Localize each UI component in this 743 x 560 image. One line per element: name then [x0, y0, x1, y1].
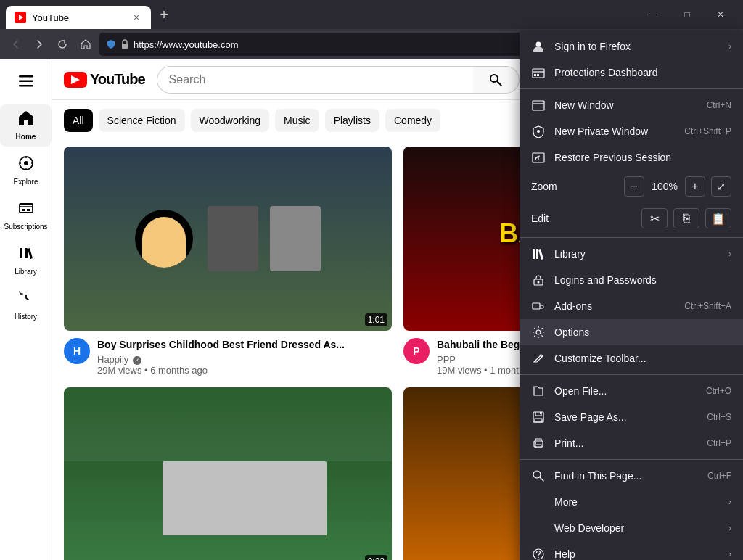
- verified-badge-1: ✓: [133, 356, 141, 365]
- new-tab-button[interactable]: +: [154, 4, 174, 25]
- private-window-label: New Private Window: [554, 125, 676, 137]
- menu-item-more[interactable]: More ›: [520, 489, 743, 515]
- save-page-label: Save Page As...: [554, 411, 698, 423]
- more-icon: [531, 495, 546, 509]
- filter-chip-playlists[interactable]: Playlists: [325, 109, 379, 132]
- new-window-label: New Window: [554, 99, 698, 111]
- filter-chip-woodworking[interactable]: Woodworking: [191, 109, 270, 132]
- svg-point-15: [24, 161, 28, 165]
- sidebar-item-subscriptions[interactable]: Subscriptions: [0, 194, 52, 236]
- sidebar-item-explore[interactable]: Explore: [0, 149, 52, 192]
- filter-chip-music[interactable]: Music: [275, 109, 319, 132]
- menu-item-library[interactable]: Library ›: [520, 241, 743, 267]
- sidebar-explore-label: Explore: [14, 178, 38, 186]
- menu-item-customize[interactable]: Customize Toolbar...: [520, 345, 743, 371]
- filter-chip-all[interactable]: All: [64, 109, 93, 132]
- address-bar[interactable]: https://www.youtube.com •••: [99, 33, 575, 56]
- svg-rect-23: [27, 209, 30, 211]
- svg-point-36: [537, 130, 540, 133]
- sign-in-label: Sign in to Firefox: [554, 41, 720, 52]
- new-window-shortcut: Ctrl+N: [707, 100, 731, 110]
- menu-item-help[interactable]: Help ›: [520, 541, 743, 560]
- tab-bar: YouTube × + — □ ✕: [0, 0, 743, 29]
- search-button[interactable]: [473, 66, 520, 94]
- menu-divider-2: [520, 237, 743, 238]
- maximize-button[interactable]: □: [670, 0, 704, 29]
- back-button[interactable]: [6, 34, 26, 54]
- menu-item-sign-in[interactable]: Sign in to Firefox ›: [520, 33, 743, 59]
- copy-button[interactable]: ⎘: [673, 208, 699, 228]
- logins-label: Logins and Passwords: [554, 274, 731, 286]
- history-icon: [18, 290, 34, 310]
- menu-item-protections[interactable]: Protections Dashboard: [520, 59, 743, 86]
- sidebar-item-library[interactable]: Library: [0, 239, 52, 281]
- search-input[interactable]: [157, 66, 473, 94]
- svg-rect-32: [533, 69, 544, 78]
- filter-chip-science-fiction[interactable]: Science Fiction: [99, 109, 185, 132]
- window-controls: — □ ✕: [637, 0, 737, 29]
- video-avatar-2: P: [403, 338, 430, 364]
- save-page-icon: [531, 410, 546, 424]
- find-label: Find in This Page...: [554, 470, 699, 482]
- web-developer-label: Web Developer: [554, 522, 720, 534]
- video-meta-1: Boy Surprises Childhood Best Friend Dres…: [97, 338, 392, 376]
- tab-title: YouTube: [32, 12, 125, 23]
- menu-item-new-window[interactable]: New Window Ctrl+N: [520, 92, 743, 118]
- menu-item-addons[interactable]: Add-ons Ctrl+Shift+A: [520, 293, 743, 319]
- youtube-search-bar: [157, 66, 520, 94]
- menu-divider-4: [520, 459, 743, 460]
- svg-rect-2: [122, 44, 128, 49]
- help-arrow: ›: [728, 549, 731, 559]
- zoom-in-button[interactable]: +: [685, 176, 705, 197]
- video-card-3[interactable]: 9:22 S Intense High Speed Sheriff Pursui…: [64, 387, 392, 560]
- edit-row: Edit ✂ ⎘ 📋: [520, 202, 743, 234]
- customize-label: Customize Toolbar...: [554, 353, 731, 364]
- zoom-expand-button[interactable]: ⤢: [711, 176, 731, 197]
- minimize-button[interactable]: —: [637, 0, 670, 29]
- video-card-1[interactable]: 1:01 H Boy Surprises Childhood Best Frie…: [64, 147, 392, 376]
- sidebar-item-home[interactable]: Home: [0, 104, 52, 147]
- svg-line-27: [497, 81, 501, 86]
- subscriptions-icon: [18, 200, 34, 220]
- menu-item-options[interactable]: Options: [520, 319, 743, 345]
- close-button[interactable]: ✕: [704, 0, 737, 29]
- paste-button[interactable]: 📋: [705, 208, 731, 228]
- menu-divider-3: [520, 374, 743, 375]
- menu-item-restore-session[interactable]: Restore Previous Session: [520, 144, 743, 170]
- video-title-1: Boy Surprises Childhood Best Friend Dres…: [97, 338, 392, 351]
- protections-label: Protections Dashboard: [554, 67, 731, 78]
- svg-rect-25: [25, 248, 28, 258]
- shield-icon: [106, 39, 116, 49]
- menu-item-web-developer[interactable]: Web Developer ›: [520, 515, 743, 541]
- svg-rect-35: [533, 101, 544, 110]
- svg-rect-45: [540, 412, 541, 414]
- forward-button[interactable]: [29, 34, 49, 54]
- svg-rect-33: [534, 74, 536, 76]
- library-menu-label: Library: [554, 248, 720, 260]
- youtube-logo[interactable]: YouTube: [64, 71, 145, 88]
- video-duration-3: 9:22: [365, 555, 387, 560]
- video-info-1: H Boy Surprises Childhood Best Friend Dr…: [64, 331, 392, 376]
- zoom-label: Zoom: [531, 181, 618, 192]
- menu-item-private-window[interactable]: New Private Window Ctrl+Shift+P: [520, 118, 743, 144]
- home-button[interactable]: [75, 34, 96, 54]
- svg-rect-24: [20, 248, 22, 258]
- sidebar-history-label: History: [15, 313, 37, 321]
- tab-close-button[interactable]: ×: [131, 12, 142, 23]
- zoom-out-button[interactable]: −: [624, 176, 644, 197]
- sidebar-menu-button[interactable]: [12, 67, 41, 96]
- svg-rect-34: [537, 74, 539, 76]
- menu-item-save-page[interactable]: Save Page As... Ctrl+S: [520, 404, 743, 430]
- cut-button[interactable]: ✂: [641, 208, 668, 228]
- menu-item-logins[interactable]: Logins and Passwords: [520, 267, 743, 293]
- menu-item-open-file[interactable]: Open File... Ctrl+O: [520, 378, 743, 404]
- menu-item-find[interactable]: Find in This Page... Ctrl+F: [520, 463, 743, 489]
- menu-item-print[interactable]: Print... Ctrl+P: [520, 430, 743, 456]
- svg-rect-12: [19, 81, 33, 83]
- reload-button[interactable]: [52, 34, 73, 54]
- filter-chip-comedy[interactable]: Comedy: [385, 109, 440, 132]
- video-thumbnail-3: 9:22: [64, 387, 392, 560]
- active-tab[interactable]: YouTube ×: [6, 6, 151, 29]
- sidebar-item-history[interactable]: History: [0, 284, 52, 326]
- svg-rect-20: [20, 204, 33, 213]
